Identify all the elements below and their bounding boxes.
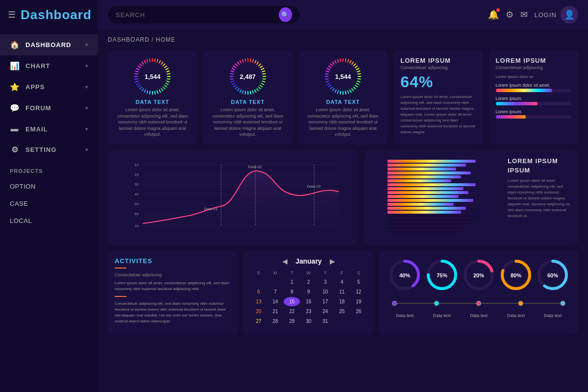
- cal-header-t1: T: [284, 269, 300, 277]
- calendar-day[interactable]: 3: [317, 277, 333, 287]
- calendar-day[interactable]: 17: [317, 297, 333, 306]
- bar-fill-2: [496, 102, 538, 105]
- activities-divider-2: [115, 296, 126, 297]
- svg-point-182: [392, 301, 397, 305]
- calendar-day[interactable]: 23: [300, 307, 317, 316]
- bar-track-3: [496, 115, 571, 119]
- search-input[interactable]: [116, 11, 275, 19]
- avatar: 👤: [561, 6, 578, 24]
- donut-item-4: 60%: [535, 257, 570, 294]
- notification-bell-icon[interactable]: 🔔: [488, 9, 499, 20]
- multibar-title2: IPSUM: [508, 167, 571, 174]
- login-button[interactable]: LOGIN 👤: [535, 6, 578, 24]
- calendar-day[interactable]: 21: [267, 307, 283, 316]
- calendar-day[interactable]: 7: [267, 287, 283, 296]
- line-chart-card: 10 20 30 40 50 60 70: [108, 150, 359, 245]
- calendar-day[interactable]: 30: [300, 317, 317, 326]
- svg-text:60: 60: [134, 212, 139, 216]
- svg-rect-153: [388, 183, 476, 186]
- sidebar-item-label: EMAIL: [25, 125, 48, 133]
- sidebar-link-local[interactable]: LOCAL: [0, 212, 98, 229]
- bar-fill-3: [496, 115, 526, 119]
- sidebar-item-email[interactable]: ▬ EMAIL ▾: [0, 119, 98, 139]
- donut-item-2: 20%: [461, 257, 496, 294]
- svg-rect-164: [388, 226, 464, 229]
- svg-line-74: [230, 74, 233, 74]
- calendar-day[interactable]: 9: [300, 287, 317, 296]
- svg-line-82: [245, 58, 245, 62]
- calendar-day[interactable]: 19: [350, 297, 367, 306]
- svg-line-22: [149, 91, 150, 95]
- search-button[interactable]: 🔍: [279, 7, 292, 22]
- sidebar-link-case[interactable]: CASE: [0, 195, 98, 212]
- svg-rect-148: [388, 164, 466, 167]
- svg-line-2: [155, 58, 155, 62]
- activities-card: ACTIVITES Consectetuer adipiscing Lorem …: [108, 250, 238, 335]
- percent-card-title: LOREM IPSUM: [400, 57, 476, 64]
- settings-icon[interactable]: ⚙: [506, 9, 514, 20]
- chevron-icon: ▾: [85, 147, 88, 152]
- calendar-day[interactable]: 6: [250, 287, 267, 296]
- svg-line-44: [250, 58, 250, 62]
- sidebar-item-dashboard[interactable]: 🏠 DASHBOARD ▾: [0, 34, 98, 55]
- calendar-next-button[interactable]: ▶: [330, 257, 335, 265]
- calendar-day: [267, 277, 283, 287]
- calendar-day[interactable]: 20: [250, 307, 267, 316]
- search-bar[interactable]: 🔍: [108, 6, 300, 24]
- calendar-day[interactable]: 18: [334, 297, 350, 306]
- calendar-prev-button[interactable]: ◀: [282, 257, 288, 265]
- gauge-1-text: Lorem ipsum dolor sit amet, consectetur …: [115, 107, 190, 138]
- calendar-day: [350, 317, 367, 326]
- main-content: 🔍 🔔 ⚙ ✉ LOGIN 👤 DASHBOARD / HOME: [98, 0, 588, 392]
- calendar-day[interactable]: 16: [300, 297, 317, 306]
- calendar-day[interactable]: 25: [334, 307, 350, 316]
- calendar-day[interactable]: 13: [250, 297, 267, 306]
- calendar-day[interactable]: 31: [317, 317, 333, 326]
- calendar-day: [250, 277, 267, 287]
- svg-rect-150: [388, 172, 471, 174]
- gauge-1: 1,544: [133, 57, 172, 96]
- calendar-day[interactable]: 11: [334, 287, 350, 296]
- projects-section-label: PROJECTS: [0, 160, 98, 178]
- calendar-day[interactable]: 28: [267, 317, 283, 326]
- svg-line-64: [245, 91, 245, 95]
- calendar-day[interactable]: 29: [284, 317, 300, 326]
- svg-text:Data 03: Data 03: [307, 184, 321, 189]
- chevron-icon: ▾: [85, 126, 88, 132]
- calendar-month: January: [295, 257, 322, 265]
- breadcrumb: DASHBOARD / HOME: [108, 36, 578, 43]
- calendar-day[interactable]: 15: [284, 297, 300, 306]
- calendar-day[interactable]: 8: [284, 287, 300, 296]
- sidebar-item-forum[interactable]: 💬 FORUM ▾: [0, 98, 98, 119]
- calendar-day[interactable]: 24: [317, 307, 333, 316]
- middle-row: 10 20 30 40 50 60 70: [108, 150, 578, 245]
- cal-header-s2: S: [350, 269, 367, 277]
- topbar: 🔍 🔔 ⚙ ✉ LOGIN 👤: [98, 0, 588, 29]
- calendar-day[interactable]: 10: [317, 287, 333, 296]
- gauge-1-label: DATA TEXT: [136, 99, 170, 105]
- calendar-day[interactable]: 12: [350, 287, 367, 296]
- sidebar-item-setting[interactable]: ⚙ SETTING ▾: [0, 139, 98, 160]
- calendar-day[interactable]: 5: [350, 277, 367, 287]
- calendar-day[interactable]: 14: [267, 297, 283, 306]
- sidebar-item-chart[interactable]: 📊 CHART ▾: [0, 55, 98, 76]
- calendar-day[interactable]: 26: [350, 307, 367, 316]
- calendar-day[interactable]: 4: [334, 277, 350, 287]
- bottom-row: ACTIVITES Consectetuer adipiscing Lorem …: [108, 250, 578, 335]
- calendar-day[interactable]: 1: [284, 277, 300, 287]
- svg-text:20: 20: [134, 172, 139, 177]
- svg-line-86: [345, 58, 346, 62]
- bar-card-sub2: Lorem ipsum dolor sit:: [496, 74, 571, 80]
- hamburger-icon[interactable]: ☰: [8, 9, 16, 20]
- calendar-day[interactable]: 22: [284, 307, 300, 316]
- sidebar-link-option[interactable]: OPTION: [0, 178, 98, 195]
- calendar-day[interactable]: 27: [250, 317, 267, 326]
- svg-rect-163: [388, 222, 468, 225]
- svg-line-114: [325, 79, 328, 79]
- calendar-day[interactable]: 2: [300, 277, 317, 287]
- mail-icon[interactable]: ✉: [520, 9, 528, 20]
- cal-header-s1: S: [250, 269, 267, 277]
- sidebar-item-apps[interactable]: ⭐ APPS ▾: [0, 76, 98, 98]
- svg-point-185: [519, 301, 523, 305]
- sidebar-item-label: DASHBOARD: [25, 41, 72, 49]
